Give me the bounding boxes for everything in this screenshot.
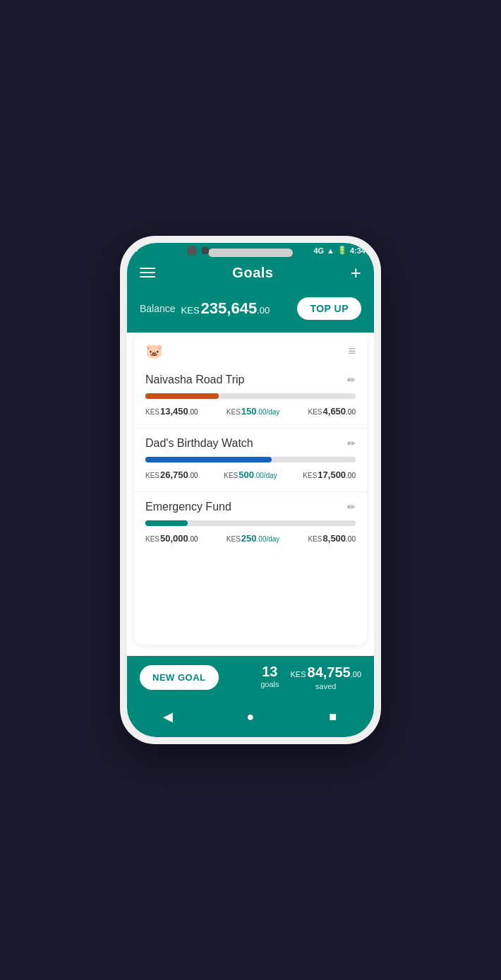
progress-bar-background — [145, 393, 356, 399]
signal-icon: ▲ — [327, 246, 334, 255]
add-goal-button[interactable]: + — [351, 263, 361, 282]
progress-bar-fill — [145, 457, 272, 462]
battery-icon: 🔋 — [337, 246, 347, 255]
progress-bar-fill — [145, 393, 219, 399]
goals-card: 🐷 ≡ Naivasha Road Trip ✏ — [134, 333, 367, 645]
saved-label: saved — [291, 682, 361, 691]
balance-label: Balance — [140, 303, 176, 314]
goal-name: Naivasha Road Trip — [145, 374, 245, 386]
saved-amount: KES26,750.00 — [145, 470, 198, 480]
home-button[interactable]: ● — [240, 706, 261, 727]
app-header: Goals + — [127, 256, 374, 292]
balance-row: Balance KES235,645.00 TOP UP — [127, 292, 374, 333]
goals-section: 🐷 ≡ Naivasha Road Trip ✏ — [127, 333, 374, 650]
bottom-stats: 13 goals KES 84,755 .00 saved — [260, 664, 361, 691]
card-header: 🐷 ≡ — [134, 333, 367, 365]
balance-amount: KES235,645.00 — [181, 299, 270, 318]
menu-button[interactable] — [140, 268, 155, 277]
edit-goal-icon[interactable]: ✏ — [347, 501, 356, 513]
new-goal-button[interactable]: NEW GOAL — [140, 665, 219, 690]
page-title: Goals — [232, 265, 273, 281]
goal-stats: KES50,000.00 KES250.00/day KES8,500.00 — [145, 533, 356, 544]
per-day-amount: KES150.00/day — [227, 406, 280, 417]
sim-indicator: ▪ — [135, 246, 138, 254]
goal-stats: KES26,750.00 KES500.00/day KES17,500.00 — [145, 470, 356, 480]
goal-stats: KES13,450.00 KES150.00/day KES4,650.00 — [145, 406, 356, 417]
bottom-bar: NEW GOAL 13 goals KES 84,755 .00 saved — [127, 656, 374, 699]
network-icon: 4G — [313, 246, 324, 255]
edit-goal-icon[interactable]: ✏ — [347, 374, 356, 386]
goal-item: Dad's Birthday Watch ✏ KES26,750.00 KES5… — [134, 429, 367, 492]
back-button[interactable]: ◀ — [157, 706, 179, 727]
saved-amount: KES13,450.00 — [145, 406, 198, 417]
saved-amount: KES 84,755 .00 — [291, 664, 361, 681]
goals-count-stat: 13 goals — [260, 664, 279, 691]
remaining-amount: KES17,500.00 — [303, 470, 356, 480]
goal-name: Emergency Fund — [145, 501, 231, 513]
piggy-bank-icon: 🐷 — [145, 342, 163, 359]
saved-amount: KES50,000.00 — [145, 533, 198, 544]
nav-bar: ◀ ● ■ — [127, 699, 374, 737]
goals-label: goals — [260, 680, 279, 688]
goal-item: Naivasha Road Trip ✏ KES13,450.00 KES150… — [134, 365, 367, 429]
recent-button[interactable]: ■ — [322, 706, 344, 727]
saved-stat: KES 84,755 .00 saved — [291, 664, 361, 691]
top-up-button[interactable]: TOP UP — [297, 297, 361, 320]
progress-bar-fill — [145, 520, 188, 526]
remaining-amount: KES4,650.00 — [308, 406, 356, 417]
goal-item: Emergency Fund ✏ KES50,000.00 KES250.00/… — [134, 492, 367, 555]
per-day-amount: KES250.00/day — [227, 533, 280, 544]
filter-icon[interactable]: ≡ — [348, 344, 356, 359]
edit-goal-icon[interactable]: ✏ — [347, 438, 356, 449]
per-day-amount: KES500.00/day — [224, 470, 277, 480]
remaining-amount: KES8,500.00 — [308, 533, 356, 544]
goal-name: Dad's Birthday Watch — [145, 437, 253, 450]
progress-bar-background — [145, 457, 356, 462]
clock: 4:34 — [350, 246, 366, 255]
goals-count: 13 — [260, 664, 279, 679]
progress-bar-background — [145, 520, 356, 526]
